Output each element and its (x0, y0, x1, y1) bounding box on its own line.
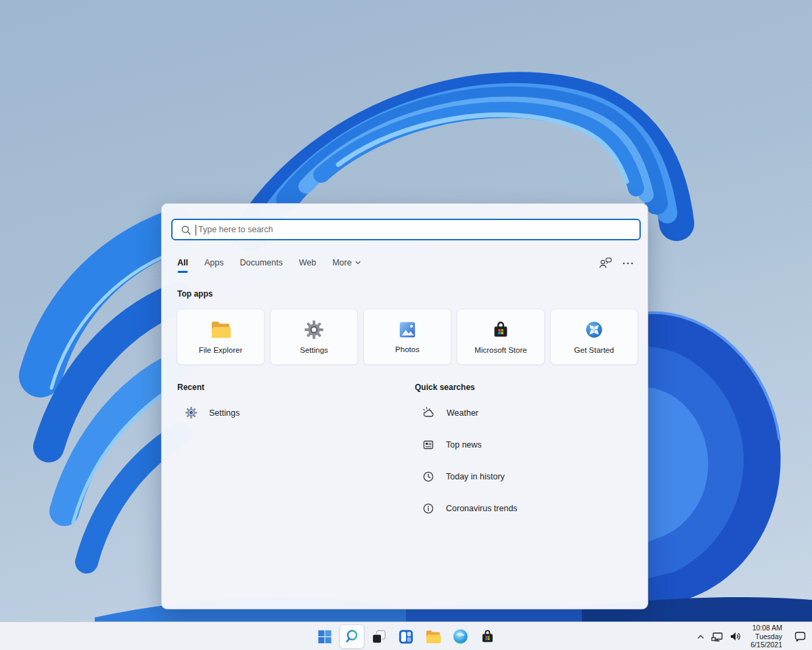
quick-item-label: Top news (446, 440, 482, 450)
app-label: Photos (395, 345, 420, 353)
edge-icon (452, 628, 468, 645)
quick-item-label: Coronavirus trends (446, 504, 518, 513)
store-button[interactable] (475, 624, 500, 649)
network-button[interactable] (711, 630, 723, 643)
quick-item-weather[interactable]: Weather (422, 406, 518, 420)
store-bag-icon (491, 320, 511, 340)
network-icon (711, 630, 723, 643)
info-icon (422, 502, 434, 515)
widgets-icon (399, 629, 414, 645)
search-icon (181, 225, 191, 236)
get-started-pinwheel-icon (584, 320, 604, 340)
app-label: Get Started (574, 346, 614, 354)
top-apps-label: Top apps (177, 289, 212, 299)
tab-apps[interactable]: Apps (204, 258, 224, 273)
history-clock-icon (422, 471, 434, 483)
app-card-photos[interactable]: Photos (363, 309, 451, 365)
search-button[interactable] (340, 624, 365, 649)
chat-bubble-icon (794, 630, 807, 643)
app-label: File Explorer (199, 346, 243, 354)
quick-item-top-news[interactable]: Top news (422, 438, 518, 452)
clock-date: 6/15/2021 (750, 641, 782, 649)
quick-item-label: Today in history (446, 472, 505, 481)
quick-searches-label: Quick searches (415, 383, 475, 392)
widgets-button[interactable] (394, 624, 419, 649)
app-card-get-started[interactable]: Get Started (550, 309, 638, 365)
app-label: Settings (300, 346, 328, 354)
tab-documents[interactable]: Documents (240, 258, 282, 273)
quick-item-today-in-history[interactable]: Today in history (422, 470, 518, 483)
more-options-icon[interactable] (622, 261, 634, 265)
app-card-microsoft-store[interactable]: Microsoft Store (457, 309, 545, 365)
taskbar-clock[interactable]: 10:08 AM Tuesday 6/15/2021 (750, 624, 782, 649)
search-panel: All Apps Documents Web More (161, 203, 648, 609)
search-tabs: All Apps Documents Web More (177, 258, 634, 276)
tab-more[interactable]: More (332, 258, 361, 273)
taskbar: 10:08 AM Tuesday 6/15/2021 (0, 622, 812, 650)
search-input[interactable] (173, 220, 639, 239)
system-tray: 10:08 AM Tuesday 6/15/2021 (696, 622, 807, 650)
tab-web[interactable]: Web (299, 258, 316, 273)
hidden-icons-button[interactable] (696, 632, 705, 641)
start-button[interactable] (313, 624, 338, 649)
recent-item-label: Settings (209, 408, 240, 418)
recent-label: Recent (177, 383, 204, 392)
app-card-file-explorer[interactable]: File Explorer (177, 309, 265, 365)
windows-logo-icon (317, 629, 333, 645)
photos-icon (397, 320, 418, 339)
quick-item-coronavirus-trends[interactable]: Coronavirus trends (422, 502, 518, 515)
recent-item-settings[interactable]: Settings (185, 406, 240, 419)
active-tab-indicator (177, 271, 187, 273)
tab-all[interactable]: All (177, 258, 188, 273)
weather-icon (422, 407, 435, 419)
store-bag-icon (479, 628, 495, 645)
taskbar-center-icons (313, 622, 500, 650)
quick-item-label: Weather (447, 408, 478, 418)
chevron-down-icon (355, 259, 361, 266)
gear-icon (304, 320, 324, 340)
edge-button[interactable] (448, 624, 473, 649)
quick-searches-list: Weather Top news Today in history (422, 406, 518, 515)
top-apps-row: File Explorer Settings (177, 309, 638, 365)
clock-time: 10:08 AM (750, 624, 782, 632)
news-icon (422, 439, 434, 451)
task-view-icon (371, 629, 387, 645)
folder-icon (210, 320, 231, 340)
gear-icon (185, 406, 198, 419)
app-card-settings[interactable]: Settings (270, 309, 358, 365)
volume-button[interactable] (729, 630, 742, 643)
text-caret (196, 225, 196, 236)
app-label: Microsoft Store (474, 346, 526, 354)
account-icon[interactable] (599, 257, 612, 269)
search-icon (344, 628, 361, 645)
task-view-button[interactable] (367, 624, 392, 649)
folder-icon (425, 629, 442, 645)
volume-icon (729, 630, 742, 643)
chevron-up-icon (696, 632, 705, 641)
clock-day: Tuesday (750, 632, 782, 641)
search-box[interactable] (171, 219, 641, 240)
notifications-button[interactable] (794, 630, 807, 643)
file-explorer-button[interactable] (421, 624, 446, 649)
